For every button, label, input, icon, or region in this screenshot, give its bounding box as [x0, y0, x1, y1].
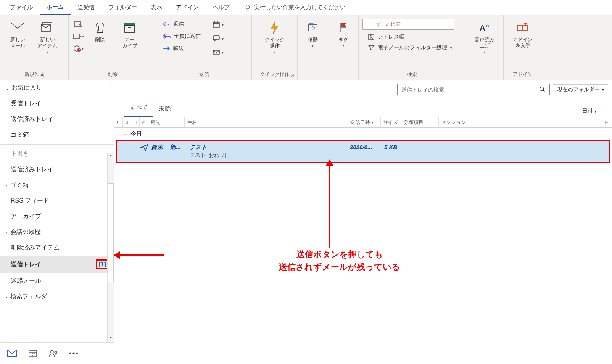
ribbon: 新しい メール 新しい アイテム ▾ 新規作成 ▾ ▾ 削除 アー カイ	[0, 15, 612, 80]
date-group-label: 今日	[130, 130, 142, 137]
filter-email-label: 電子メールのフィルター処理	[378, 44, 447, 51]
folder-trash[interactable]: ゴミ箱	[0, 177, 114, 193]
calendar-view-button[interactable]	[27, 348, 38, 359]
fav-trash[interactable]: ゴミ箱	[0, 127, 114, 143]
menu-tab-addin[interactable]: アドイン	[169, 1, 206, 14]
menu-tab-sendreceive[interactable]: 送受信	[71, 1, 101, 14]
scroll-up-icon[interactable]: ▴	[108, 153, 114, 159]
folder-search-folders[interactable]: 検索フォルダー	[0, 289, 114, 304]
addin-icon	[517, 22, 529, 33]
archive-label: アー カイブ	[122, 37, 137, 49]
col-mention[interactable]: メンション	[439, 117, 602, 127]
folder-rss[interactable]: RSS フィード	[0, 193, 114, 209]
svg-rect-9	[125, 26, 135, 32]
chevron-down-icon: ▾	[342, 43, 344, 48]
address-book-button[interactable]: アドレス帳	[362, 34, 454, 40]
new-mail-button[interactable]: 新しい メール	[4, 18, 31, 52]
people-view-button[interactable]	[48, 348, 59, 359]
date-group-today[interactable]: ⌄ 今日	[114, 128, 612, 140]
filter-email-button[interactable]: 電子メールのフィルター処理 ▾	[362, 44, 454, 51]
main-area: ‹ ⌄ お気に入り 受信トレイ 送信済みトレイ ゴミ箱 下書き 送信済みトレイ …	[0, 80, 612, 364]
folder-junk[interactable]: 迷惑メール	[0, 273, 114, 289]
filter-all-tab[interactable]: すべて	[124, 101, 153, 117]
new-item-button[interactable]: 新しい アイテム ▾	[34, 18, 61, 56]
menu-tab-file[interactable]: ファイル	[3, 1, 40, 14]
forward-button[interactable]: 転送	[160, 43, 210, 53]
sort-direction-button[interactable]: ↑	[599, 106, 608, 117]
folder-archive[interactable]: アーカイブ	[0, 209, 114, 224]
junk-button[interactable]: ▾	[72, 43, 84, 53]
menu-tab-home[interactable]: ホーム	[40, 0, 71, 15]
bell-icon	[125, 120, 129, 125]
archive-button[interactable]: アー カイブ	[116, 18, 143, 52]
svg-rect-11	[213, 36, 219, 40]
nav-more-button[interactable]: •••	[69, 348, 79, 359]
col-category[interactable]: 分類項目	[401, 117, 439, 127]
cleanup-icon	[73, 33, 81, 40]
menu-tab-help[interactable]: ヘルプ	[206, 1, 237, 14]
menu-tab-folder[interactable]: フォルダー	[101, 1, 144, 14]
quick-steps-launcher[interactable]: ◿	[290, 73, 296, 78]
people-icon	[48, 349, 58, 358]
folder-outbox[interactable]: 送信トレイ [1]	[0, 256, 114, 273]
tag-button[interactable]: タグ ▾	[332, 18, 354, 50]
col-icon[interactable]	[131, 117, 140, 127]
col-size[interactable]: サイズ	[381, 117, 401, 127]
folder-sent[interactable]: 送信済みトレイ	[0, 162, 114, 177]
envelope-icon	[11, 23, 24, 32]
annotation-arrow-horizontal	[114, 254, 164, 256]
tell-me-search[interactable]: 実行したい作業を入力してください	[244, 4, 346, 11]
reply-all-button[interactable]: 全員に返信	[160, 31, 210, 41]
quick-steps-button[interactable]: クイック 操作 ▾	[261, 18, 288, 56]
svg-rect-10	[213, 22, 219, 27]
ribbon-group-speech-label	[469, 71, 499, 79]
menu-tab-view[interactable]: 表示	[144, 1, 169, 14]
col-sent[interactable]: 送信日時▾	[348, 117, 381, 127]
reply-icon	[163, 21, 170, 27]
more-reply-button[interactable]: ▾	[212, 47, 224, 57]
reply-label: 返信	[173, 21, 184, 27]
address-book-icon	[368, 34, 375, 40]
filter-unread-tab[interactable]: 未読	[153, 103, 176, 117]
search-scope-dropdown[interactable]: 現在のフォルダー ▾	[553, 84, 608, 95]
col-flag[interactable]	[602, 117, 612, 127]
col-reminder[interactable]	[123, 117, 131, 127]
fav-inbox[interactable]: 受信トレイ	[0, 96, 114, 111]
ribbon-group-reply-label: 返信	[160, 70, 248, 79]
archive-icon	[123, 22, 136, 33]
nav-scrollbar[interactable]: ▴ ▾	[107, 153, 114, 342]
reply-button[interactable]: 返信	[160, 19, 210, 29]
col-to[interactable]: 宛先	[148, 117, 185, 127]
scroll-down-icon[interactable]: ▾	[108, 335, 114, 342]
calendar-icon	[28, 349, 37, 358]
ribbon-group-delete-label: 削除	[72, 70, 152, 79]
scroll-thumb[interactable]	[108, 183, 114, 282]
get-addins-button[interactable]: アドイン を入手	[507, 18, 538, 52]
search-submit-button[interactable]	[536, 86, 549, 93]
col-attachment[interactable]	[140, 117, 148, 127]
mail-view-button[interactable]	[7, 348, 18, 359]
folder-conversation[interactable]: 会話の履歴	[0, 224, 114, 240]
message-row[interactable]: 鈴木 一郎... テスト テスト [おわり] 2020/0... 5 KB	[116, 140, 610, 163]
cleanup-button[interactable]: ▾	[72, 31, 84, 41]
col-importance[interactable]: !	[114, 117, 123, 127]
folder-search-input[interactable]	[398, 87, 536, 93]
outgoing-icon	[140, 144, 151, 159]
folder-drafts[interactable]: 下書き	[0, 146, 114, 162]
meeting-reply-button[interactable]: ▾	[212, 20, 224, 30]
folder-search-box[interactable]	[397, 84, 550, 95]
chevron-down-icon: ▾	[312, 43, 314, 48]
favorites-header[interactable]: ⌄ お気に入り	[0, 80, 114, 96]
user-search-input[interactable]: ユーザーの検索	[362, 19, 454, 30]
ignore-button[interactable]	[72, 19, 84, 29]
read-aloud-button[interactable]: A» 音声読み 上げ ▾	[469, 18, 499, 56]
delete-button[interactable]: 削除	[86, 18, 114, 45]
folder-deleted[interactable]: 削除済みアイテム	[0, 240, 114, 256]
col-subject[interactable]: 件名	[185, 117, 348, 127]
fav-sent[interactable]: 送信済みトレイ	[0, 111, 114, 127]
move-button[interactable]: 移動 ▾	[301, 18, 324, 50]
new-mail-label: 新しい メール	[10, 37, 25, 49]
sort-by-dropdown[interactable]: 日付 ▾	[579, 105, 599, 117]
svg-point-20	[50, 350, 53, 353]
im-reply-button[interactable]: ▾	[212, 34, 224, 43]
